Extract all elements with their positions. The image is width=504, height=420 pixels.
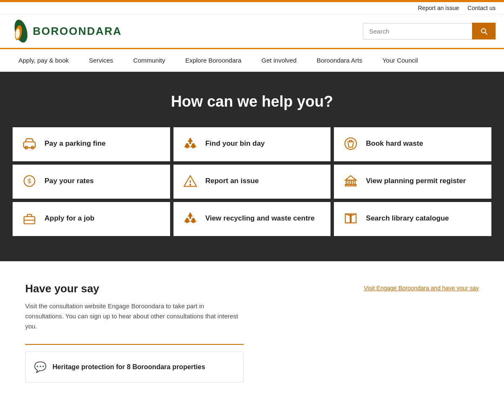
quick-link-card[interactable]: Apply for a job	[13, 202, 170, 236]
card-icon	[342, 136, 359, 151]
report-issue-link[interactable]: Report an issue	[418, 5, 459, 11]
logo-area: Boroondara	[8, 18, 122, 44]
card-icon: $	[21, 174, 38, 188]
header: Boroondara	[0, 14, 504, 49]
chat-icon: 💬	[34, 361, 47, 373]
hys-link[interactable]: Visit Engage Boroondara and have your sa…	[364, 282, 479, 291]
svg-rect-13	[350, 180, 352, 185]
card-icon	[21, 136, 38, 151]
card-icon	[182, 211, 199, 226]
nav-item-community[interactable]: Community	[123, 49, 175, 71]
have-your-say-section: Have your say Visit the consultation web…	[0, 261, 504, 399]
search-icon	[480, 27, 488, 35]
hero-heading: How can we help you?	[13, 93, 491, 110]
top-bar: Report an issue Contact us	[0, 2, 504, 14]
card-icon	[342, 174, 359, 188]
quick-link-card[interactable]: View recycling and waste centre	[173, 202, 331, 236]
card-label: View recycling and waste centre	[205, 214, 315, 223]
search-input[interactable]	[363, 23, 472, 39]
quick-link-card[interactable]: Search library catalogue	[334, 202, 491, 236]
hys-body: Visit the consultation website Engage Bo…	[25, 301, 244, 331]
card-icon	[182, 174, 199, 188]
quick-links-grid: Pay a parking fineFind your bin dayBook …	[13, 127, 491, 236]
nav-item-apply--pay---book[interactable]: Apply, pay & book	[8, 49, 79, 71]
nav-item-get-involved[interactable]: Get involved	[252, 49, 307, 71]
card-icon	[182, 136, 199, 151]
card-label: View planning permit register	[366, 177, 466, 185]
svg-text:$: $	[28, 178, 32, 184]
card-icon	[21, 211, 38, 226]
hero-section: How can we help you? Pay a parking fineF…	[0, 72, 504, 261]
nav-item-your-council[interactable]: Your Council	[372, 49, 428, 71]
card-label: Pay your rates	[45, 177, 94, 185]
svg-marker-16	[346, 176, 357, 180]
contact-us-link[interactable]: Contact us	[467, 5, 496, 11]
svg-rect-15	[346, 185, 357, 186]
consultation-label: Heritage protection for 8 Boroondara pro…	[52, 363, 205, 371]
orange-divider	[25, 344, 244, 345]
card-label: Find your bin day	[205, 139, 265, 148]
logo-text: Boroondara	[33, 25, 122, 38]
nav-item-services[interactable]: Services	[79, 49, 123, 71]
card-label: Report an issue	[205, 177, 259, 185]
card-label: Search library catalogue	[366, 214, 449, 223]
quick-link-card[interactable]: Report an issue	[173, 165, 331, 199]
card-icon	[342, 211, 359, 226]
quick-link-card[interactable]: Book hard waste	[334, 127, 491, 161]
consultation-card[interactable]: 💬 Heritage protection for 8 Boroondara p…	[25, 352, 244, 383]
svg-point-11	[190, 184, 191, 185]
quick-link-card[interactable]: Find your bin day	[173, 127, 331, 161]
nav-item-boroondara-arts[interactable]: Boroondara Arts	[307, 49, 372, 71]
svg-rect-12	[346, 180, 348, 185]
quick-link-card[interactable]: View planning permit register	[334, 165, 491, 199]
logo-icon	[8, 18, 29, 44]
card-label: Apply for a job	[45, 214, 94, 223]
nav-item-explore-boroondara[interactable]: Explore Boroondara	[175, 49, 251, 71]
svg-point-6	[345, 138, 357, 150]
main-nav: Apply, pay & bookServicesCommunityExplor…	[0, 49, 504, 72]
quick-link-card[interactable]: $Pay your rates	[13, 165, 170, 199]
quick-link-card[interactable]: Pay a parking fine	[13, 127, 170, 161]
search-button[interactable]	[472, 23, 496, 39]
hys-left: Have your say Visit the consultation web…	[25, 282, 347, 331]
card-label: Book hard waste	[366, 139, 423, 148]
svg-rect-14	[354, 180, 355, 185]
card-label: Pay a parking fine	[45, 139, 106, 148]
search-area	[363, 23, 496, 39]
hys-heading: Have your say	[25, 282, 347, 295]
